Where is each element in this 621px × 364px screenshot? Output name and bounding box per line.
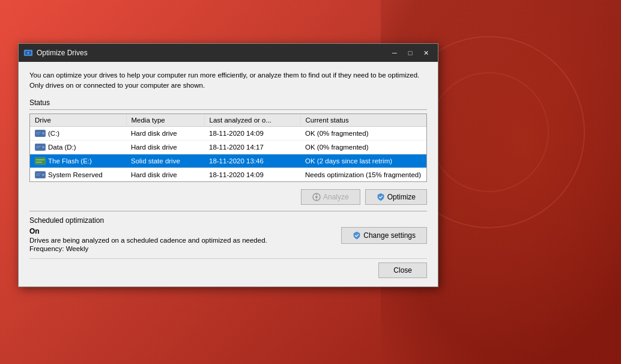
scheduled-info: On Drives are being analyzed on a schedu… bbox=[29, 227, 341, 252]
close-title-button[interactable]: ✕ bbox=[419, 47, 433, 59]
drive-cell: System Reserved bbox=[30, 168, 126, 181]
svg-point-5 bbox=[42, 132, 44, 135]
bg-circle-inner bbox=[429, 72, 549, 192]
status-label: Status bbox=[29, 99, 427, 107]
svg-rect-12 bbox=[36, 147, 40, 148]
bottom-row: Close bbox=[29, 258, 427, 278]
last-analyzed-cell: 18-11-2020 13:46 bbox=[204, 154, 300, 168]
status-cell: OK (0% fragmented) bbox=[300, 126, 426, 140]
last-analyzed-cell: 18-11-2020 14:17 bbox=[204, 140, 300, 154]
status-section: Status bbox=[29, 99, 427, 110]
status-cell: Needs optimization (15% fragmented) bbox=[300, 168, 426, 181]
svg-point-19 bbox=[42, 174, 44, 176]
scheduled-content: On Drives are being analyzed on a schedu… bbox=[29, 227, 427, 252]
svg-rect-16 bbox=[36, 162, 42, 163]
col-drive-header: Drive bbox=[30, 114, 126, 127]
media-type-cell: Hard disk drive bbox=[126, 140, 204, 154]
title-bar-controls: ─ □ ✕ bbox=[387, 47, 433, 59]
shield-optimize-icon bbox=[377, 193, 385, 201]
minimize-button[interactable]: ─ bbox=[387, 47, 402, 59]
table-header: Drive Media type Last analyzed or o... C… bbox=[30, 114, 426, 127]
svg-point-23 bbox=[315, 196, 318, 198]
media-type-cell: Solid state drive bbox=[126, 154, 204, 168]
hdd-icon bbox=[35, 143, 46, 151]
dialog-title: Optimize Drives bbox=[37, 49, 387, 57]
svg-rect-21 bbox=[36, 175, 40, 175]
col-status-header: Current status bbox=[300, 114, 426, 127]
table-row[interactable]: (C:) Hard disk drive 18-11-2020 14:09 OK… bbox=[30, 126, 426, 140]
svg-rect-11 bbox=[36, 146, 41, 147]
scheduled-description: Drives are being analyzed on a scheduled… bbox=[29, 237, 341, 244]
optimize-drives-dialog: Optimize Drives ─ □ ✕ You can optimize y… bbox=[18, 43, 438, 287]
svg-rect-15 bbox=[36, 159, 44, 160]
optimize-button[interactable]: Optimize bbox=[365, 189, 427, 205]
col-media-header: Media type bbox=[126, 114, 204, 127]
description-text: You can optimize your drives to help you… bbox=[29, 70, 427, 91]
scheduled-section: Scheduled optimization On Drives are bei… bbox=[29, 211, 427, 252]
action-buttons-row: Analyze Optimize bbox=[29, 189, 427, 205]
svg-rect-6 bbox=[36, 132, 41, 133]
title-bar: Optimize Drives ─ □ ✕ bbox=[19, 44, 438, 62]
hdd-icon bbox=[35, 171, 46, 179]
table-body: (C:) Hard disk drive 18-11-2020 14:09 OK… bbox=[30, 126, 426, 181]
last-analyzed-cell: 18-11-2020 14:09 bbox=[204, 126, 300, 140]
drives-table: Drive Media type Last analyzed or o... C… bbox=[30, 114, 426, 181]
shield-settings-icon bbox=[353, 231, 361, 240]
scheduled-frequency: Frequency: Weekly bbox=[29, 245, 341, 252]
ssd-icon bbox=[35, 157, 46, 165]
svg-rect-7 bbox=[36, 133, 40, 134]
scheduled-status: On bbox=[29, 227, 341, 235]
drive-cell: The Flash (E:) bbox=[30, 154, 126, 168]
analyze-button[interactable]: Analyze bbox=[301, 189, 360, 205]
dialog-icon bbox=[23, 48, 33, 58]
status-cell: OK (2 days since last retrim) bbox=[300, 154, 426, 168]
last-analyzed-cell: 18-11-2020 14:09 bbox=[204, 168, 300, 181]
drive-cell: (C:) bbox=[30, 126, 126, 140]
close-button[interactable]: Close bbox=[378, 262, 427, 278]
media-type-cell: Hard disk drive bbox=[126, 126, 204, 140]
svg-rect-14 bbox=[35, 158, 45, 164]
col-last-header: Last analyzed or o... bbox=[204, 114, 300, 127]
scheduled-label: Scheduled optimization bbox=[29, 216, 427, 225]
drive-cell: Data (D:) bbox=[30, 140, 126, 154]
table-row[interactable]: Data (D:) Hard disk drive 18-11-2020 14:… bbox=[30, 140, 426, 154]
svg-point-2 bbox=[28, 52, 29, 54]
header-row: Drive Media type Last analyzed or o... C… bbox=[30, 114, 426, 127]
status-divider bbox=[29, 109, 427, 110]
change-settings-button[interactable]: Change settings bbox=[341, 227, 427, 244]
analyze-icon bbox=[312, 193, 321, 201]
table-row[interactable]: System Reserved Hard disk drive 18-11-20… bbox=[30, 168, 426, 181]
hdd-icon bbox=[35, 129, 46, 138]
drives-table-container: Drive Media type Last analyzed or o... C… bbox=[29, 114, 427, 182]
status-cell: OK (0% fragmented) bbox=[300, 140, 426, 154]
svg-rect-20 bbox=[36, 174, 41, 174]
dialog-content: You can optimize your drives to help you… bbox=[19, 62, 438, 287]
media-type-cell: Hard disk drive bbox=[126, 168, 204, 181]
table-row[interactable]: The Flash (E:) Solid state drive 18-11-2… bbox=[30, 154, 426, 168]
svg-point-10 bbox=[42, 146, 44, 148]
maximize-button[interactable]: □ bbox=[403, 47, 417, 59]
